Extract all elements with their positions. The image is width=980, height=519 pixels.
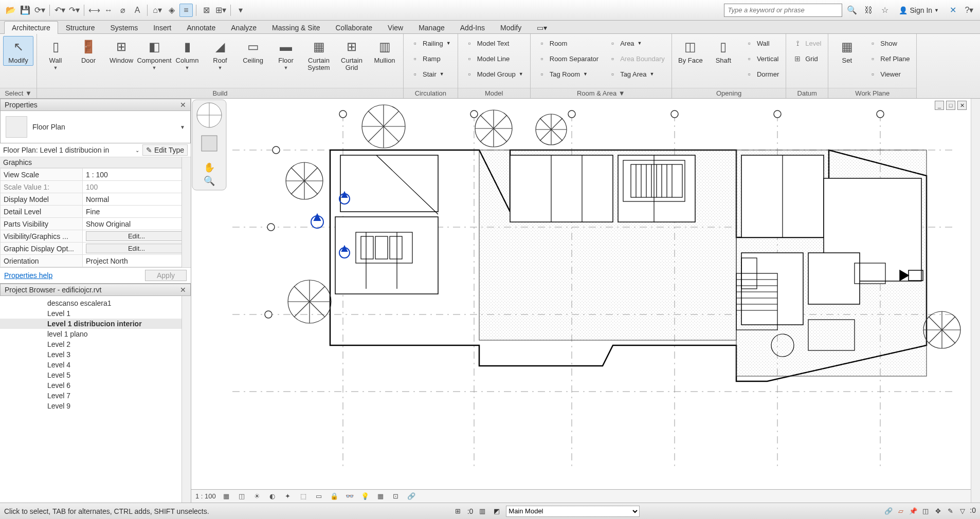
qat-customize-icon[interactable]: ▾ [234,4,247,17]
panel-title-room-area[interactable]: Room & Area ▼ [531,88,672,98]
comm-icon[interactable]: ⛓ [862,4,875,17]
select-links-icon[interactable]: 🔗 [883,506,894,516]
ref-plane-button[interactable]: ▫Ref Plane [864,51,913,66]
design-options-icon[interactable]: ▥ [477,506,487,516]
stair-button[interactable]: ▫Stair ▼ [407,67,455,81]
chevron-down-icon[interactable]: ⌄ [135,147,139,153]
property-row[interactable]: OrientationProject North [1,255,191,267]
by-face-button[interactable]: ◫ By Face [675,36,706,66]
viewer-button[interactable]: ▫Viewer [864,67,913,81]
crop-view-icon[interactable]: ⬚ [298,492,308,501]
tag-room-button[interactable]: ▫Tag Room ▼ [534,67,602,81]
tab-analyze[interactable]: Analyze [223,21,264,34]
detail-level-icon[interactable]: ▦ [221,492,231,501]
editable-only-icon[interactable]: ✎ [945,506,955,516]
help-icon[interactable]: ?▾ [963,4,976,17]
redo-icon[interactable]: ↷▾ [67,4,81,17]
mullion-button[interactable]: ▥Mullion [369,36,400,66]
thin-lines-icon[interactable]: ≡ [179,4,193,17]
browser-item[interactable]: Level 4 [0,360,191,370]
worksharing-display-icon[interactable]: ▦ [375,492,386,501]
ceiling-button[interactable]: ▭Ceiling [238,36,268,66]
ramp-button[interactable]: ▫Ramp [407,51,455,66]
edit-button[interactable]: Edit... [86,244,187,253]
sun-path-icon[interactable]: ☀ [252,492,262,501]
rendering-icon[interactable]: ✦ [283,492,293,501]
tab-architecture[interactable]: Architecture [4,21,58,34]
grid-button[interactable]: ⊞Grid [789,51,825,66]
apply-button[interactable]: Apply [145,270,187,281]
shaft-button[interactable]: ▯ Shaft [708,36,739,66]
wall-button[interactable]: ▯Wall▼ [40,36,71,72]
select-underlay-icon[interactable]: ▱ [896,506,906,516]
room-button[interactable]: ▫Room [534,36,602,50]
select-pinned-icon[interactable]: 📌 [908,506,918,516]
model-group-button[interactable]: ▫Model Group ▼ [461,67,527,81]
type-selector[interactable]: Floor Plan ▼ [0,111,191,143]
dormer-button[interactable]: ▫Dormer [741,67,783,81]
properties-scrollbar[interactable] [182,157,191,267]
railing-button[interactable]: ▫Railing ▼ [407,36,455,50]
edit-button[interactable]: Edit... [86,231,187,241]
sync-icon[interactable]: ⟳▾ [33,4,46,17]
workset-select[interactable]: Main Model [506,506,640,517]
window-button[interactable]: ⊞Window [106,36,137,66]
properties-header[interactable]: Properties ✕ [0,99,191,111]
tab-systems[interactable]: Systems [103,21,146,34]
property-row[interactable]: Visibility/Graphics ...Edit... [1,230,191,243]
crop-region-icon[interactable]: ▭ [314,492,324,501]
close-icon[interactable]: ✕ [180,101,186,109]
curtain-grid-button[interactable]: ⊞Curtain Grid [336,36,367,73]
browser-item[interactable]: Level 1 [0,308,191,319]
wall-button[interactable]: ▫Wall [741,36,783,50]
default-3d-icon[interactable]: ⌂▾ [151,4,164,17]
open-icon[interactable]: 📂 [4,4,17,17]
panel-title-select[interactable]: Select ▼ [0,88,37,98]
analytical-icon[interactable]: ⊡ [391,492,401,501]
roof-button[interactable]: ◢Roof▼ [205,36,235,72]
close-icon[interactable]: ✕ [180,286,186,294]
tab-manage[interactable]: Manage [411,21,452,34]
align-dim-icon[interactable]: ↔ [102,4,115,17]
property-row[interactable]: View Scale1 : 100 [1,169,191,181]
tab-modify[interactable]: Modify [493,21,529,34]
save-icon[interactable]: 💾 [19,4,32,17]
browser-item[interactable]: level 1 plano [0,329,191,339]
tab-insert[interactable]: Insert [146,21,179,34]
constraints-icon[interactable]: 🔗 [406,492,416,501]
tab-massing-site[interactable]: Massing & Site [264,21,328,34]
browser-header[interactable]: Project Browser - edificiojcr.rvt ✕ [0,284,191,296]
show-button[interactable]: ▫Show [864,36,913,50]
browser-item[interactable]: Level 9 [0,401,191,411]
reveal-hidden-icon[interactable]: 💡 [360,492,370,501]
graphics-category[interactable]: Graphics [0,157,191,168]
signin-button[interactable]: 👤 Sign In ▼ [895,6,943,14]
column-button[interactable]: ▮Column▼ [172,36,203,72]
select-face-icon[interactable]: ◫ [920,506,931,516]
model-line-button[interactable]: ▫Model Line [461,51,527,66]
tab-collaborate[interactable]: Collaborate [328,21,380,34]
model-text-button[interactable]: ▫Model Text [461,36,527,50]
browser-item[interactable]: Level 5 [0,370,191,380]
tab-view[interactable]: View [380,21,411,34]
property-row[interactable]: Scale Value 1:100 [1,181,191,193]
property-row[interactable]: Graphic Display Opt...Edit... [1,243,191,255]
search-input[interactable] [724,4,842,17]
tab-add-ins[interactable]: Add-Ins [452,21,493,34]
workset-icon[interactable]: ⊞ [453,506,463,516]
tag-area-button[interactable]: ▫Tag Area ▼ [604,67,668,81]
view-scale[interactable]: 1 : 100 [195,492,216,500]
room-separator-button[interactable]: ▫Room Separator [534,51,602,66]
browser-item[interactable]: Level 6 [0,380,191,391]
door-button[interactable]: 🚪Door [73,36,104,66]
browser-item[interactable]: descanso escalera1 [0,298,191,308]
properties-help-link[interactable]: Properties help [4,271,52,280]
browser-item[interactable]: Level 1 distribucion interior [0,319,191,329]
component-button[interactable]: ◧Component▼ [139,36,170,72]
edit-type-button[interactable]: ✎ Edit Type [142,144,188,156]
ribbon-state-icon[interactable]: ▭▾ [529,21,555,34]
instance-name[interactable]: Floor Plan: Level 1 distribucion in [3,146,132,154]
tag-icon[interactable]: ⌀ [116,4,130,17]
browser-item[interactable]: Level 2 [0,339,191,349]
set-button[interactable]: ▦ Set [831,36,862,66]
